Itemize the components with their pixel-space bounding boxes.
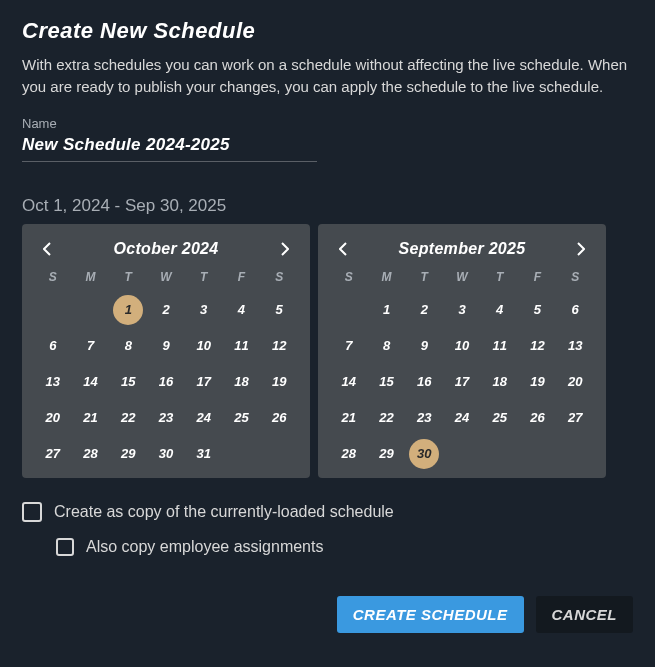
calendar-day[interactable]: 12 <box>260 336 298 356</box>
calendar-day[interactable]: 11 <box>223 336 261 356</box>
calendar-day[interactable]: 14 <box>72 372 110 392</box>
cancel-button[interactable]: CANCEL <box>536 596 634 633</box>
calendar-day[interactable]: 30 <box>405 444 443 464</box>
calendar-day[interactable]: 26 <box>519 408 557 428</box>
chevron-right-icon <box>577 242 585 256</box>
end-prev-month[interactable] <box>332 238 354 260</box>
calendar-day[interactable]: 19 <box>260 372 298 392</box>
day-of-week-header: M <box>72 270 110 284</box>
calendar-day[interactable]: 21 <box>72 408 110 428</box>
day-of-week-header: W <box>147 270 185 284</box>
calendar-day[interactable]: 16 <box>405 372 443 392</box>
day-of-week-header: T <box>405 270 443 284</box>
calendar-day[interactable]: 15 <box>109 372 147 392</box>
day-of-week-header: T <box>185 270 223 284</box>
calendar-day[interactable]: 24 <box>443 408 481 428</box>
day-of-week-header: T <box>481 270 519 284</box>
start-prev-month[interactable] <box>36 238 58 260</box>
calendar-day[interactable]: 24 <box>185 408 223 428</box>
chevron-right-icon <box>281 242 289 256</box>
day-of-week-header: S <box>34 270 72 284</box>
dialog-buttons: CREATE SCHEDULE CANCEL <box>22 596 633 633</box>
calendar-day[interactable]: 16 <box>147 372 185 392</box>
copy-current-checkbox[interactable] <box>22 502 42 522</box>
calendar-day[interactable]: 18 <box>481 372 519 392</box>
calendar-day[interactable]: 30 <box>147 444 185 464</box>
end-next-month[interactable] <box>570 238 592 260</box>
calendar-day[interactable]: 7 <box>330 336 368 356</box>
name-label: Name <box>22 116 633 131</box>
calendar-day[interactable]: 5 <box>260 300 298 320</box>
calendar-day[interactable]: 20 <box>34 408 72 428</box>
copy-current-label: Create as copy of the currently-loaded s… <box>54 503 394 521</box>
calendar-day[interactable]: 2 <box>405 300 443 320</box>
calendar-day[interactable]: 14 <box>330 372 368 392</box>
calendar-day[interactable]: 17 <box>443 372 481 392</box>
calendar-day[interactable]: 27 <box>556 408 594 428</box>
day-of-week-header: S <box>260 270 298 284</box>
calendar-day[interactable]: 25 <box>481 408 519 428</box>
create-schedule-dialog: Create New Schedule With extra schedules… <box>0 0 655 651</box>
calendar-day[interactable]: 29 <box>109 444 147 464</box>
calendar-day[interactable]: 25 <box>223 408 261 428</box>
calendar-day[interactable]: 6 <box>556 300 594 320</box>
day-of-week-header: S <box>556 270 594 284</box>
calendar-day[interactable]: 23 <box>405 408 443 428</box>
day-of-week-header: F <box>519 270 557 284</box>
calendar-blank <box>72 300 110 320</box>
calendar-day[interactable]: 15 <box>368 372 406 392</box>
calendar-day[interactable]: 19 <box>519 372 557 392</box>
copy-employees-label: Also copy employee assignments <box>86 538 323 556</box>
calendar-day[interactable]: 21 <box>330 408 368 428</box>
calendar-day[interactable]: 1 <box>368 300 406 320</box>
calendar-day[interactable]: 29 <box>368 444 406 464</box>
schedule-name-input[interactable] <box>22 133 317 162</box>
calendar-day[interactable]: 11 <box>481 336 519 356</box>
calendar-day[interactable]: 12 <box>519 336 557 356</box>
calendar-day[interactable]: 7 <box>72 336 110 356</box>
calendar-day[interactable]: 10 <box>443 336 481 356</box>
calendar-day[interactable]: 28 <box>72 444 110 464</box>
calendar-day[interactable]: 4 <box>481 300 519 320</box>
calendar-day[interactable]: 1 <box>109 300 147 320</box>
calendar-day[interactable]: 3 <box>443 300 481 320</box>
calendar-day[interactable]: 10 <box>185 336 223 356</box>
day-of-week-header: S <box>330 270 368 284</box>
start-next-month[interactable] <box>274 238 296 260</box>
calendar-day[interactable]: 23 <box>147 408 185 428</box>
chevron-left-icon <box>339 242 347 256</box>
chevron-left-icon <box>43 242 51 256</box>
calendar-day[interactable]: 31 <box>185 444 223 464</box>
copy-employees-checkbox[interactable] <box>56 538 74 556</box>
calendar-day[interactable]: 3 <box>185 300 223 320</box>
create-schedule-button[interactable]: CREATE SCHEDULE <box>337 596 524 633</box>
calendar-day[interactable]: 22 <box>109 408 147 428</box>
calendar-day[interactable]: 22 <box>368 408 406 428</box>
day-of-week-header: F <box>223 270 261 284</box>
calendar-day[interactable]: 6 <box>34 336 72 356</box>
copy-employees-option[interactable]: Also copy employee assignments <box>56 538 633 556</box>
copy-current-option[interactable]: Create as copy of the currently-loaded s… <box>22 502 633 522</box>
start-calendar: October 2024 SMTWTFS12345678910111213141… <box>22 224 310 478</box>
calendar-day[interactable]: 13 <box>556 336 594 356</box>
end-calendar-title: September 2025 <box>399 240 526 258</box>
calendar-day[interactable]: 8 <box>368 336 406 356</box>
dialog-title: Create New Schedule <box>22 18 633 44</box>
calendar-day[interactable]: 17 <box>185 372 223 392</box>
calendar-day[interactable]: 26 <box>260 408 298 428</box>
calendar-day[interactable]: 18 <box>223 372 261 392</box>
calendar-day[interactable]: 28 <box>330 444 368 464</box>
end-calendar-grid: SMTWTFS123456789101112131415161718192021… <box>330 270 594 464</box>
calendar-day[interactable]: 20 <box>556 372 594 392</box>
calendar-day[interactable]: 13 <box>34 372 72 392</box>
end-calendar: September 2025 SMTWTFS123456789101112131… <box>318 224 606 478</box>
calendar-blank <box>34 300 72 320</box>
calendar-day[interactable]: 9 <box>147 336 185 356</box>
calendar-day[interactable]: 4 <box>223 300 261 320</box>
date-range-text: Oct 1, 2024 - Sep 30, 2025 <box>22 196 633 216</box>
calendar-day[interactable]: 9 <box>405 336 443 356</box>
calendar-day[interactable]: 5 <box>519 300 557 320</box>
calendar-day[interactable]: 2 <box>147 300 185 320</box>
calendar-day[interactable]: 8 <box>109 336 147 356</box>
calendar-day[interactable]: 27 <box>34 444 72 464</box>
